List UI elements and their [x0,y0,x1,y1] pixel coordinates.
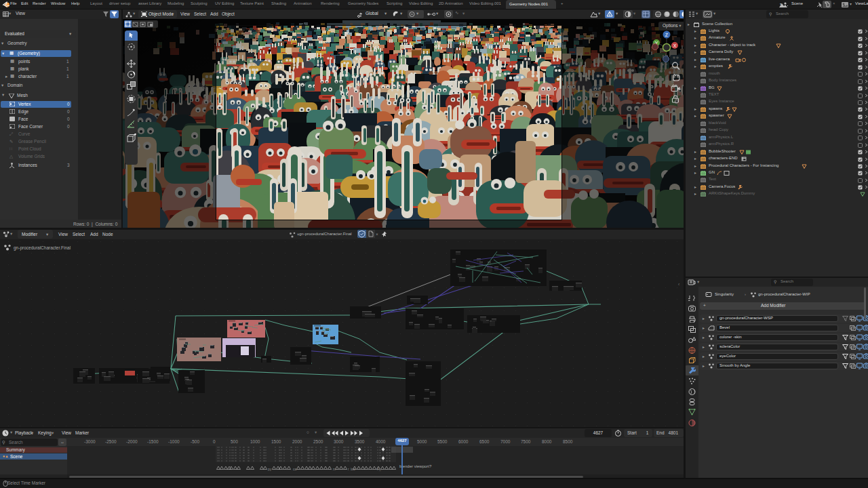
svg-text:F_: F_ [377,467,381,471]
svg-text:r: r [348,467,349,471]
svg-text:ca: ca [293,467,297,471]
svg-text:Z: Z [665,33,669,37]
svg-text:py: py [268,467,272,471]
svg-text:m: m [333,467,336,471]
svg-text:X: X [673,43,677,48]
svg-text:loo: loo [351,467,355,471]
